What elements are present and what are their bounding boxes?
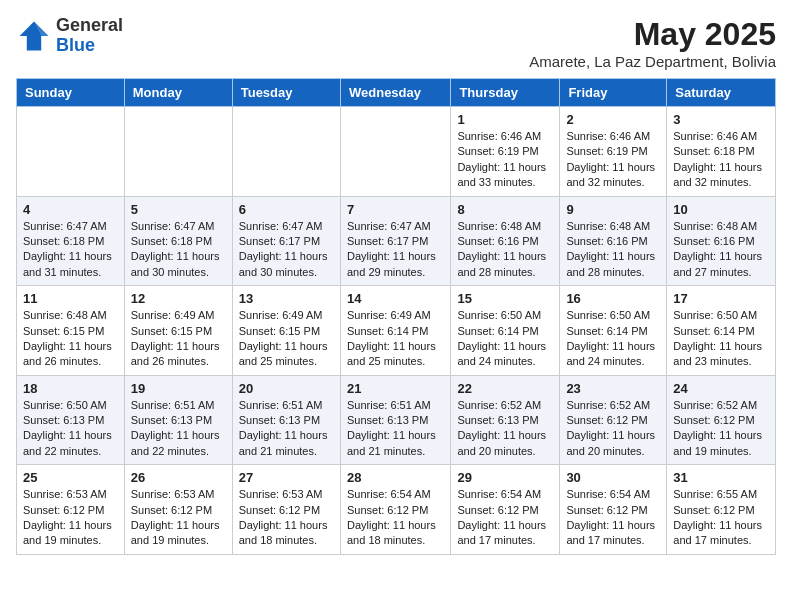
weekday-header-row: SundayMondayTuesdayWednesdayThursdayFrid… (17, 79, 776, 107)
day-number: 2 (566, 112, 660, 127)
calendar-week-row: 18Sunrise: 6:50 AM Sunset: 6:13 PM Dayli… (17, 375, 776, 465)
month-title: May 2025 (529, 16, 776, 53)
day-number: 6 (239, 202, 334, 217)
day-number: 13 (239, 291, 334, 306)
day-number: 28 (347, 470, 444, 485)
calendar-cell: 19Sunrise: 6:51 AM Sunset: 6:13 PM Dayli… (124, 375, 232, 465)
day-number: 7 (347, 202, 444, 217)
calendar-cell: 31Sunrise: 6:55 AM Sunset: 6:12 PM Dayli… (667, 465, 776, 555)
day-info: Sunrise: 6:50 AM Sunset: 6:13 PM Dayligh… (23, 398, 118, 460)
day-info: Sunrise: 6:47 AM Sunset: 6:17 PM Dayligh… (347, 219, 444, 281)
day-number: 3 (673, 112, 769, 127)
calendar-cell (124, 107, 232, 197)
day-info: Sunrise: 6:48 AM Sunset: 6:16 PM Dayligh… (673, 219, 769, 281)
calendar-week-row: 4Sunrise: 6:47 AM Sunset: 6:18 PM Daylig… (17, 196, 776, 286)
calendar-cell: 21Sunrise: 6:51 AM Sunset: 6:13 PM Dayli… (340, 375, 450, 465)
day-info: Sunrise: 6:52 AM Sunset: 6:12 PM Dayligh… (566, 398, 660, 460)
day-info: Sunrise: 6:54 AM Sunset: 6:12 PM Dayligh… (457, 487, 553, 549)
weekday-header-saturday: Saturday (667, 79, 776, 107)
calendar-cell: 2Sunrise: 6:46 AM Sunset: 6:19 PM Daylig… (560, 107, 667, 197)
calendar-cell: 24Sunrise: 6:52 AM Sunset: 6:12 PM Dayli… (667, 375, 776, 465)
weekday-header-tuesday: Tuesday (232, 79, 340, 107)
calendar-cell: 30Sunrise: 6:54 AM Sunset: 6:12 PM Dayli… (560, 465, 667, 555)
day-info: Sunrise: 6:47 AM Sunset: 6:18 PM Dayligh… (131, 219, 226, 281)
day-info: Sunrise: 6:49 AM Sunset: 6:15 PM Dayligh… (239, 308, 334, 370)
day-info: Sunrise: 6:50 AM Sunset: 6:14 PM Dayligh… (673, 308, 769, 370)
weekday-header-wednesday: Wednesday (340, 79, 450, 107)
calendar-cell: 7Sunrise: 6:47 AM Sunset: 6:17 PM Daylig… (340, 196, 450, 286)
calendar-cell: 18Sunrise: 6:50 AM Sunset: 6:13 PM Dayli… (17, 375, 125, 465)
day-number: 1 (457, 112, 553, 127)
day-number: 21 (347, 381, 444, 396)
calendar-cell: 23Sunrise: 6:52 AM Sunset: 6:12 PM Dayli… (560, 375, 667, 465)
calendar-cell: 28Sunrise: 6:54 AM Sunset: 6:12 PM Dayli… (340, 465, 450, 555)
calendar-week-row: 25Sunrise: 6:53 AM Sunset: 6:12 PM Dayli… (17, 465, 776, 555)
day-number: 5 (131, 202, 226, 217)
day-number: 22 (457, 381, 553, 396)
calendar-cell: 13Sunrise: 6:49 AM Sunset: 6:15 PM Dayli… (232, 286, 340, 376)
weekday-header-sunday: Sunday (17, 79, 125, 107)
calendar-cell (17, 107, 125, 197)
day-info: Sunrise: 6:46 AM Sunset: 6:19 PM Dayligh… (566, 129, 660, 191)
day-number: 18 (23, 381, 118, 396)
calendar-cell: 17Sunrise: 6:50 AM Sunset: 6:14 PM Dayli… (667, 286, 776, 376)
calendar-cell: 15Sunrise: 6:50 AM Sunset: 6:14 PM Dayli… (451, 286, 560, 376)
calendar-cell: 25Sunrise: 6:53 AM Sunset: 6:12 PM Dayli… (17, 465, 125, 555)
day-number: 4 (23, 202, 118, 217)
weekday-header-monday: Monday (124, 79, 232, 107)
day-info: Sunrise: 6:46 AM Sunset: 6:19 PM Dayligh… (457, 129, 553, 191)
calendar-cell: 14Sunrise: 6:49 AM Sunset: 6:14 PM Dayli… (340, 286, 450, 376)
calendar-cell: 27Sunrise: 6:53 AM Sunset: 6:12 PM Dayli… (232, 465, 340, 555)
title-block: May 2025 Amarete, La Paz Department, Bol… (529, 16, 776, 70)
day-number: 8 (457, 202, 553, 217)
calendar-cell: 26Sunrise: 6:53 AM Sunset: 6:12 PM Dayli… (124, 465, 232, 555)
day-info: Sunrise: 6:48 AM Sunset: 6:15 PM Dayligh… (23, 308, 118, 370)
weekday-header-thursday: Thursday (451, 79, 560, 107)
day-number: 31 (673, 470, 769, 485)
calendar-cell (232, 107, 340, 197)
day-number: 19 (131, 381, 226, 396)
day-number: 26 (131, 470, 226, 485)
day-number: 30 (566, 470, 660, 485)
day-number: 29 (457, 470, 553, 485)
day-number: 12 (131, 291, 226, 306)
day-info: Sunrise: 6:48 AM Sunset: 6:16 PM Dayligh… (566, 219, 660, 281)
day-number: 9 (566, 202, 660, 217)
calendar-week-row: 1Sunrise: 6:46 AM Sunset: 6:19 PM Daylig… (17, 107, 776, 197)
day-number: 25 (23, 470, 118, 485)
weekday-header-friday: Friday (560, 79, 667, 107)
calendar-cell: 6Sunrise: 6:47 AM Sunset: 6:17 PM Daylig… (232, 196, 340, 286)
calendar-cell: 12Sunrise: 6:49 AM Sunset: 6:15 PM Dayli… (124, 286, 232, 376)
day-info: Sunrise: 6:53 AM Sunset: 6:12 PM Dayligh… (131, 487, 226, 549)
calendar-cell (340, 107, 450, 197)
calendar-cell: 16Sunrise: 6:50 AM Sunset: 6:14 PM Dayli… (560, 286, 667, 376)
day-info: Sunrise: 6:53 AM Sunset: 6:12 PM Dayligh… (239, 487, 334, 549)
day-number: 16 (566, 291, 660, 306)
calendar-cell: 4Sunrise: 6:47 AM Sunset: 6:18 PM Daylig… (17, 196, 125, 286)
day-info: Sunrise: 6:49 AM Sunset: 6:14 PM Dayligh… (347, 308, 444, 370)
day-number: 14 (347, 291, 444, 306)
calendar-cell: 1Sunrise: 6:46 AM Sunset: 6:19 PM Daylig… (451, 107, 560, 197)
logo: General Blue (16, 16, 123, 56)
day-info: Sunrise: 6:52 AM Sunset: 6:12 PM Dayligh… (673, 398, 769, 460)
calendar-cell: 8Sunrise: 6:48 AM Sunset: 6:16 PM Daylig… (451, 196, 560, 286)
day-info: Sunrise: 6:47 AM Sunset: 6:18 PM Dayligh… (23, 219, 118, 281)
calendar-cell: 9Sunrise: 6:48 AM Sunset: 6:16 PM Daylig… (560, 196, 667, 286)
day-number: 10 (673, 202, 769, 217)
page-header: General Blue May 2025 Amarete, La Paz De… (16, 16, 776, 70)
location-subtitle: Amarete, La Paz Department, Bolivia (529, 53, 776, 70)
day-info: Sunrise: 6:46 AM Sunset: 6:18 PM Dayligh… (673, 129, 769, 191)
logo-blue-text: Blue (56, 35, 95, 55)
day-info: Sunrise: 6:53 AM Sunset: 6:12 PM Dayligh… (23, 487, 118, 549)
day-number: 15 (457, 291, 553, 306)
day-number: 17 (673, 291, 769, 306)
day-info: Sunrise: 6:49 AM Sunset: 6:15 PM Dayligh… (131, 308, 226, 370)
day-info: Sunrise: 6:48 AM Sunset: 6:16 PM Dayligh… (457, 219, 553, 281)
calendar-cell: 10Sunrise: 6:48 AM Sunset: 6:16 PM Dayli… (667, 196, 776, 286)
day-number: 20 (239, 381, 334, 396)
day-number: 11 (23, 291, 118, 306)
day-info: Sunrise: 6:54 AM Sunset: 6:12 PM Dayligh… (566, 487, 660, 549)
calendar-cell: 29Sunrise: 6:54 AM Sunset: 6:12 PM Dayli… (451, 465, 560, 555)
calendar-cell: 20Sunrise: 6:51 AM Sunset: 6:13 PM Dayli… (232, 375, 340, 465)
day-info: Sunrise: 6:47 AM Sunset: 6:17 PM Dayligh… (239, 219, 334, 281)
